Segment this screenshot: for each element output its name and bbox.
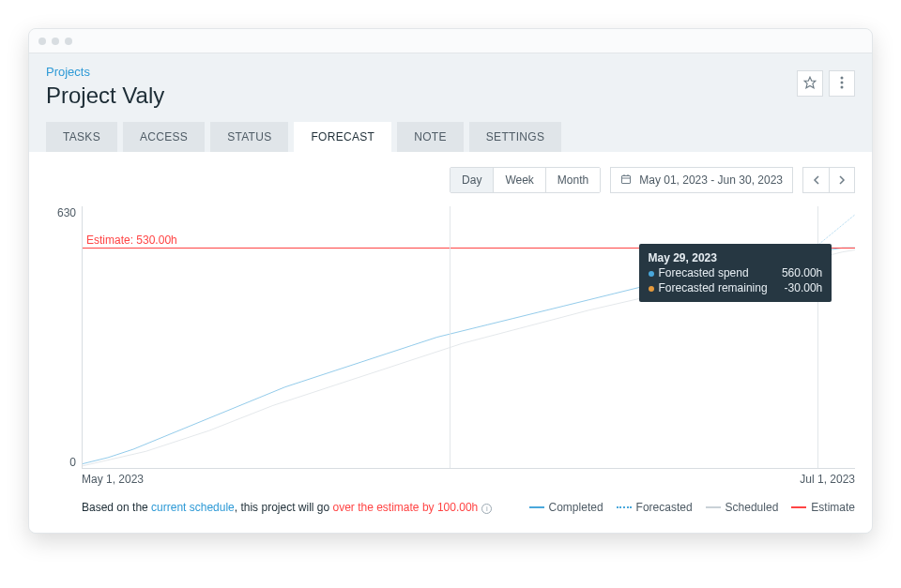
- favorite-button[interactable]: [797, 70, 823, 97]
- chevron-right-icon: [838, 173, 846, 188]
- chart-plot[interactable]: Estimate: 530.00h May 29, 2023 Forecaste…: [82, 206, 855, 469]
- granularity-segment: Day Week Month: [450, 167, 601, 193]
- more-button[interactable]: [829, 70, 855, 97]
- forecast-message: Based on the current schedule, this proj…: [82, 501, 492, 514]
- tab-status[interactable]: STATUS: [210, 122, 288, 152]
- over-estimate-text: over the estimate by 100.00h: [333, 501, 479, 514]
- tab-settings[interactable]: SETTINGS: [469, 122, 561, 152]
- svg-rect-4: [622, 175, 631, 183]
- legend-scheduled: Scheduled: [706, 501, 779, 514]
- chart-legend: Completed Forecasted Scheduled Estimate: [529, 501, 855, 514]
- svg-marker-0: [804, 77, 816, 88]
- traffic-light-dot: [52, 38, 59, 45]
- page-header: Projects Project Valy: [29, 53, 872, 122]
- kebab-icon: [840, 76, 844, 92]
- svg-point-2: [841, 81, 844, 83]
- info-icon[interactable]: i: [481, 504, 492, 514]
- chart-footer: Based on the current schedule, this proj…: [82, 501, 855, 514]
- tooltip-row-value: 560.00h: [782, 266, 822, 279]
- tooltip-date: May 29, 2023: [649, 251, 823, 264]
- tooltip-row-value: -30.00h: [785, 281, 823, 294]
- tab-bar: TASKS ACCESS STATUS FORECAST NOTE SETTIN…: [29, 122, 872, 152]
- tab-access[interactable]: ACCESS: [123, 122, 205, 152]
- calendar-icon: [620, 173, 632, 188]
- next-range-button[interactable]: [829, 167, 855, 193]
- tab-content: Day Week Month May 01, 2023 - Jun 30, 20…: [29, 152, 872, 533]
- y-tick-min: 0: [69, 456, 76, 469]
- legend-completed: Completed: [529, 501, 603, 514]
- traffic-light-dot: [65, 38, 72, 45]
- tooltip-dot-icon: [649, 286, 654, 292]
- x-tick-end: Jul 1, 2023: [800, 473, 855, 486]
- traffic-light-dot: [38, 38, 46, 45]
- svg-point-3: [841, 85, 844, 88]
- tooltip-row-label: Forecasted spend: [659, 266, 749, 279]
- x-tick-start: May 1, 2023: [82, 473, 144, 486]
- breadcrumb-link[interactable]: Projects: [46, 65, 164, 79]
- date-range-label: May 01, 2023 - Jun 30, 2023: [639, 173, 783, 187]
- y-tick-max: 630: [57, 206, 76, 219]
- chart-toolbar: Day Week Month May 01, 2023 - Jun 30, 20…: [46, 167, 855, 193]
- x-axis: May 1, 2023 Jul 1, 2023: [82, 469, 855, 486]
- chart-tooltip: May 29, 2023 Forecasted spend 560.00h Fo…: [639, 244, 832, 302]
- window-titlebar: [29, 29, 872, 53]
- granularity-day[interactable]: Day: [450, 168, 494, 192]
- tab-forecast[interactable]: FORECAST: [294, 122, 391, 152]
- date-range-picker[interactable]: May 01, 2023 - Jun 30, 2023: [610, 167, 793, 193]
- app-window: Projects Project Valy TASKS ACCESS STATU…: [28, 28, 873, 534]
- current-schedule-link[interactable]: current schedule: [151, 501, 235, 514]
- star-icon: [803, 76, 817, 92]
- chevron-left-icon: [813, 173, 820, 188]
- tab-note[interactable]: NOTE: [397, 122, 464, 152]
- chart-area: 630 0 Estimate: 530.00h May 29, 2023 For…: [46, 206, 855, 469]
- estimate-label: Estimate: 530.00h: [86, 234, 177, 249]
- tab-tasks[interactable]: TASKS: [46, 122, 117, 152]
- tooltip-row-label: Forecasted remaining: [659, 281, 768, 294]
- page-title: Project Valy: [46, 83, 164, 109]
- granularity-week[interactable]: Week: [494, 168, 545, 192]
- svg-point-1: [841, 76, 844, 79]
- tooltip-row: Forecasted spend 560.00h: [649, 266, 823, 279]
- chart-center-gridline: [450, 206, 450, 468]
- prev-range-button[interactable]: [802, 167, 829, 193]
- tooltip-row: Forecasted remaining -30.00h: [649, 281, 823, 294]
- y-axis: 630 0: [46, 206, 82, 469]
- granularity-month[interactable]: Month: [546, 168, 600, 192]
- legend-forecasted: Forecasted: [617, 501, 693, 514]
- tooltip-dot-icon: [649, 271, 654, 277]
- legend-estimate: Estimate: [791, 501, 855, 514]
